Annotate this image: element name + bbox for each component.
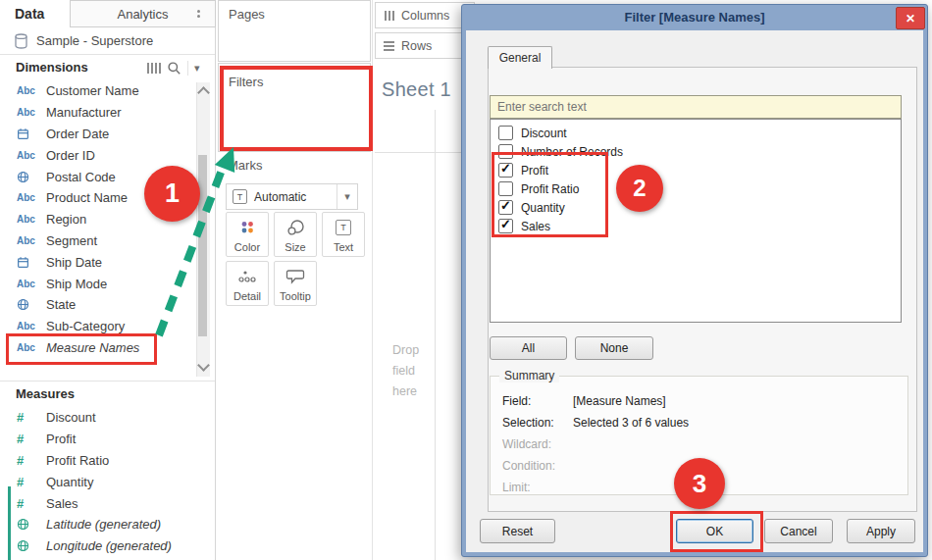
- measure-field[interactable]: Longitude (generated): [0, 535, 196, 557]
- checkbox[interactable]: [498, 219, 513, 233]
- size-label: Size: [285, 241, 305, 253]
- checkbox[interactable]: [498, 163, 513, 178]
- field-label: Longitude (generated): [46, 538, 172, 553]
- rows-label: Rows: [401, 39, 432, 53]
- abc-icon: Abc: [17, 107, 35, 118]
- abc-icon: Abc: [17, 85, 35, 96]
- field-label: Order ID: [46, 148, 95, 163]
- number-icon: #: [17, 475, 24, 489]
- dimension-field[interactable]: AbcOrder ID: [0, 144, 196, 166]
- field-label: Region: [46, 212, 86, 227]
- field-label: Product Name: [46, 190, 128, 205]
- text-button[interactable]: T Text: [322, 212, 365, 257]
- abc-icon: Abc: [17, 279, 35, 289]
- measure-field[interactable]: #Discount: [0, 407, 196, 429]
- size-button[interactable]: Size: [274, 212, 317, 257]
- dimension-field[interactable]: AbcCustomer Name: [0, 80, 196, 102]
- columns-shelf[interactable]: Columns: [375, 2, 475, 28]
- tab-general[interactable]: General: [488, 46, 552, 69]
- pages-shelf[interactable]: Pages: [218, 0, 371, 62]
- calendar-icon: [17, 127, 29, 140]
- view-data-icon[interactable]: [147, 63, 161, 74]
- dimension-field[interactable]: State: [0, 294, 196, 316]
- checklist-item[interactable]: Discount: [491, 124, 901, 142]
- abc-icon: Abc: [17, 235, 35, 246]
- apply-button[interactable]: Apply: [847, 519, 915, 543]
- dimension-field-measure-names[interactable]: AbcMeasure Names: [0, 337, 196, 359]
- rows-icon: [384, 41, 394, 51]
- field-label: Sub-Category: [46, 319, 125, 333]
- detail-button[interactable]: Detail: [226, 261, 269, 306]
- summary-title: Summary: [499, 369, 559, 382]
- step-1-badge: 1: [144, 166, 200, 222]
- datasource-name: Sample - Superstore: [36, 33, 153, 48]
- measure-field[interactable]: #Sales: [0, 492, 196, 514]
- tooltip-button[interactable]: Tooltip: [274, 261, 317, 306]
- tooltip-icon: [285, 262, 305, 290]
- tab-analytics-label: Analytics: [117, 7, 168, 22]
- divider: [187, 61, 188, 76]
- all-button[interactable]: All: [490, 336, 567, 360]
- checkbox[interactable]: [498, 200, 513, 215]
- dialog-title: Filter [Measure Names]: [462, 10, 927, 25]
- none-button[interactable]: None: [575, 336, 653, 360]
- datasource-row[interactable]: Sample - Superstore: [0, 28, 215, 53]
- filter-search-input[interactable]: [490, 95, 902, 119]
- reset-button[interactable]: Reset: [480, 519, 555, 543]
- field-label: Segment: [46, 233, 97, 248]
- columns-label: Columns: [401, 9, 449, 23]
- sheet-title: Sheet 1: [382, 78, 451, 101]
- tab-data[interactable]: Data: [15, 6, 44, 22]
- field-label: Latitude (generated): [46, 517, 161, 532]
- measure-field[interactable]: Latitude (generated): [0, 514, 196, 535]
- number-icon: #: [17, 432, 24, 446]
- scrollbar-thumb[interactable]: [198, 155, 207, 336]
- checklist-item[interactable]: Number of Records: [491, 142, 901, 161]
- summary-row: Selection:Selected 3 of 6 values: [502, 412, 907, 433]
- dimension-field[interactable]: AbcSub-Category: [0, 316, 196, 337]
- filters-shelf[interactable]: Filters: [218, 63, 371, 152]
- checkbox[interactable]: [498, 144, 513, 159]
- mark-type-dropdown[interactable]: T Automatic ▾: [226, 183, 358, 210]
- field-label: Profit: [46, 432, 76, 446]
- field-label: Customer Name: [46, 83, 139, 98]
- dimension-field[interactable]: Ship Date: [0, 251, 196, 273]
- measure-field[interactable]: #Quantity: [0, 471, 196, 492]
- field-label: Discount: [46, 410, 96, 425]
- tab-analytics[interactable]: Analytics: [70, 0, 216, 27]
- close-icon[interactable]: ✕: [896, 7, 925, 29]
- dropdown-caret-icon[interactable]: ▾: [337, 184, 357, 209]
- text-mark-icon: T: [233, 189, 247, 204]
- marks-label: Marks: [228, 158, 262, 173]
- checklist-item[interactable]: Sales: [491, 217, 901, 235]
- measure-field[interactable]: #Profit Ratio: [0, 450, 196, 472]
- globe-icon: [17, 518, 29, 531]
- color-button[interactable]: Color: [226, 212, 269, 257]
- measure-field[interactable]: #Profit: [0, 429, 196, 450]
- divider: [0, 54, 215, 55]
- abc-icon: Abc: [17, 214, 35, 225]
- calendar-icon: [17, 256, 29, 269]
- checklist-item[interactable]: Profit Ratio: [491, 179, 901, 198]
- step-2-badge: 2: [616, 165, 663, 212]
- dimensions-menu-caret-icon[interactable]: ▾: [194, 63, 200, 74]
- checklist-item[interactable]: Quantity: [491, 198, 901, 217]
- divider: [375, 152, 461, 153]
- search-icon[interactable]: [167, 61, 181, 76]
- dimension-field[interactable]: AbcShip Mode: [0, 273, 196, 294]
- pane-edge-accent: [8, 486, 11, 560]
- field-label: Quantity: [46, 475, 93, 489]
- dimension-field[interactable]: Order Date: [0, 124, 196, 145]
- number-icon: #: [17, 410, 24, 425]
- mark-type-value: Automatic: [254, 190, 337, 204]
- checkbox[interactable]: [498, 126, 513, 140]
- cancel-button[interactable]: Cancel: [764, 519, 833, 543]
- rows-shelf[interactable]: Rows: [375, 32, 475, 59]
- field-label: Profit Ratio: [46, 453, 109, 468]
- detail-label: Detail: [233, 290, 261, 302]
- dimension-field[interactable]: AbcSegment: [0, 230, 196, 252]
- dimension-field[interactable]: AbcManufacturer: [0, 102, 196, 124]
- checklist-item[interactable]: Profit: [491, 161, 901, 179]
- ok-button[interactable]: OK: [676, 519, 753, 543]
- checkbox[interactable]: [498, 181, 513, 196]
